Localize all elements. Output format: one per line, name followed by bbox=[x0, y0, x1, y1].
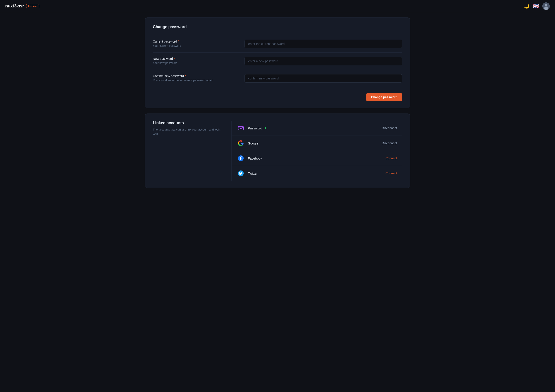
svg-point-1 bbox=[545, 4, 547, 7]
flag-icon[interactable]: 🇬🇧 bbox=[533, 3, 539, 9]
header: nuxt3-ssr firebase 🌙 🇬🇧 bbox=[0, 0, 555, 12]
confirm-password-input-group bbox=[245, 74, 402, 82]
twitter-icon bbox=[237, 169, 245, 177]
confirm-password-description: You should enter the same new password a… bbox=[153, 79, 238, 82]
connect-facebook-button[interactable]: Connect bbox=[386, 157, 397, 160]
avatar[interactable] bbox=[542, 2, 550, 10]
linked-accounts-card: Linked accounts The accounts that can us… bbox=[145, 114, 410, 188]
required-star-new: * bbox=[174, 57, 175, 60]
change-password-button[interactable]: Change password bbox=[366, 93, 402, 101]
new-password-input-group bbox=[245, 57, 402, 65]
linked-accounts-description: The accounts that can use link your acco… bbox=[153, 127, 223, 136]
account-row-twitter: Twitter Connect bbox=[232, 166, 402, 181]
password-icon bbox=[237, 124, 245, 132]
required-star: * bbox=[178, 40, 179, 43]
connect-twitter-button[interactable]: Connect bbox=[386, 172, 397, 175]
google-icon bbox=[237, 139, 245, 147]
header-left: nuxt3-ssr firebase bbox=[5, 3, 39, 8]
change-password-card: Change password Current password * Your … bbox=[145, 17, 410, 108]
moon-icon[interactable]: 🌙 bbox=[524, 3, 529, 9]
current-password-input[interactable] bbox=[245, 40, 402, 48]
current-password-description: Your current password bbox=[153, 44, 238, 47]
linked-accounts-list: Password ★ Disconnect Googl bbox=[232, 121, 402, 181]
linked-accounts-info: Linked accounts The accounts that can us… bbox=[153, 121, 231, 136]
confirm-password-row: Confirm new password * You should enter … bbox=[153, 70, 402, 87]
star-badge-password: ★ bbox=[264, 126, 267, 130]
current-password-input-group bbox=[245, 40, 402, 48]
account-row-google: Google Disconnect bbox=[232, 136, 402, 151]
account-name-twitter: Twitter bbox=[248, 172, 386, 175]
account-name-facebook: Facebook bbox=[248, 157, 386, 160]
submit-row: Change password bbox=[153, 89, 402, 101]
confirm-password-label: Confirm new password * bbox=[153, 74, 238, 78]
new-password-input[interactable] bbox=[245, 57, 402, 65]
account-row-password: Password ★ Disconnect bbox=[232, 121, 402, 136]
account-row-facebook: Facebook Connect bbox=[232, 151, 402, 166]
new-password-label: New password * bbox=[153, 57, 238, 60]
current-password-label-group: Current password * Your current password bbox=[153, 40, 245, 47]
account-name-password: Password ★ bbox=[248, 126, 382, 130]
main-content: Change password Current password * Your … bbox=[138, 12, 417, 198]
app-title: nuxt3-ssr bbox=[5, 3, 24, 8]
new-password-description: Your new password bbox=[153, 61, 238, 65]
account-name-google: Google bbox=[248, 141, 382, 145]
current-password-row: Current password * Your current password bbox=[153, 35, 402, 52]
facebook-icon bbox=[237, 154, 245, 162]
disconnect-google-button[interactable]: Disconnect bbox=[382, 141, 397, 145]
new-password-row: New password * Your new password bbox=[153, 52, 402, 70]
header-right: 🌙 🇬🇧 bbox=[524, 2, 550, 10]
required-star-confirm: * bbox=[185, 74, 186, 78]
new-password-label-group: New password * Your new password bbox=[153, 57, 245, 65]
confirm-password-input[interactable] bbox=[245, 74, 402, 82]
disconnect-password-button[interactable]: Disconnect bbox=[382, 126, 397, 130]
linked-accounts-title: Linked accounts bbox=[153, 121, 223, 125]
firebase-badge: firebase bbox=[26, 4, 39, 8]
current-password-label: Current password * bbox=[153, 40, 238, 43]
svg-rect-3 bbox=[238, 126, 243, 130]
confirm-password-label-group: Confirm new password * You should enter … bbox=[153, 74, 245, 82]
change-password-title: Change password bbox=[153, 25, 402, 29]
